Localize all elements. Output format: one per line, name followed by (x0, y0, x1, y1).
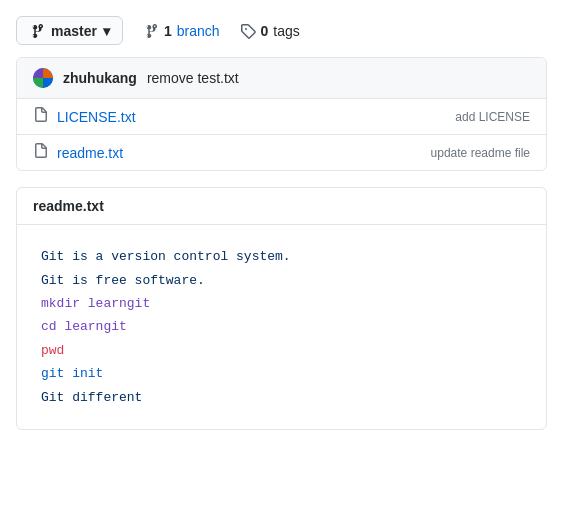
commit-author[interactable]: zhuhukang (63, 70, 137, 86)
file-table: zhuhukang remove test.txt LICENSE.txt ad… (16, 57, 547, 171)
readme-line: git init (41, 362, 522, 385)
file-icon (33, 143, 49, 162)
tag-label: tags (273, 23, 299, 39)
readme-line: cd learngit (41, 315, 522, 338)
readme-line: pwd (41, 339, 522, 362)
readme-header: readme.txt (17, 188, 546, 225)
commit-header: zhuhukang remove test.txt (17, 58, 546, 99)
avatar (33, 68, 53, 88)
file-name-readme[interactable]: readme.txt (57, 145, 431, 161)
readme-body: Git is a version control system.Git is f… (17, 225, 546, 429)
file-commit-readme: update readme file (431, 146, 530, 160)
branch-icon (29, 22, 45, 39)
file-icon (33, 107, 49, 126)
readme-line: Git is free software. (41, 269, 522, 292)
branch-count: 1 (164, 23, 172, 39)
readme-line: Git different (41, 386, 522, 409)
tag-count: 0 (261, 23, 269, 39)
readme-title: readme.txt (33, 198, 104, 214)
branch-meta-icon (143, 22, 159, 39)
tag-count-item: 0 tags (240, 22, 300, 39)
branch-button-label: master (51, 23, 97, 39)
tag-icon (240, 22, 256, 39)
table-row: LICENSE.txt add LICENSE (17, 99, 546, 135)
branch-label-link[interactable]: branch (177, 23, 220, 39)
branch-count-item: 1 branch (143, 22, 220, 39)
readme-line: mkdir learngit (41, 292, 522, 315)
chevron-down-icon: ▾ (103, 23, 110, 39)
branch-button[interactable]: master ▾ (16, 16, 123, 45)
avatar-image (33, 68, 53, 88)
table-row: readme.txt update readme file (17, 135, 546, 170)
file-commit-license: add LICENSE (455, 110, 530, 124)
readme-line: Git is a version control system. (41, 245, 522, 268)
readme-section: readme.txt Git is a version control syst… (16, 187, 547, 430)
top-bar: master ▾ 1 branch 0 tags (16, 16, 547, 45)
file-name-license[interactable]: LICENSE.txt (57, 109, 455, 125)
commit-message: remove test.txt (147, 70, 239, 86)
